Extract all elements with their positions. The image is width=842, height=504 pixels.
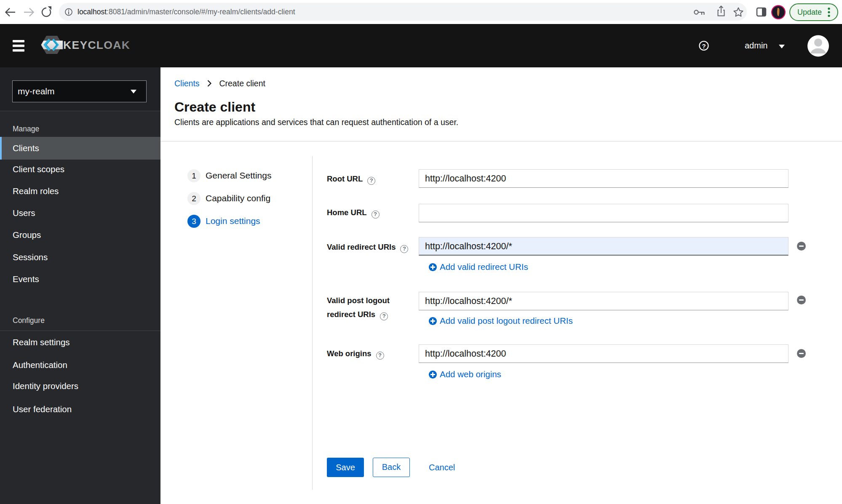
- svg-text:?: ?: [702, 43, 706, 50]
- svg-text:Update: Update: [797, 8, 822, 16]
- svg-text:KEYCLOAK: KEYCLOAK: [63, 39, 130, 51]
